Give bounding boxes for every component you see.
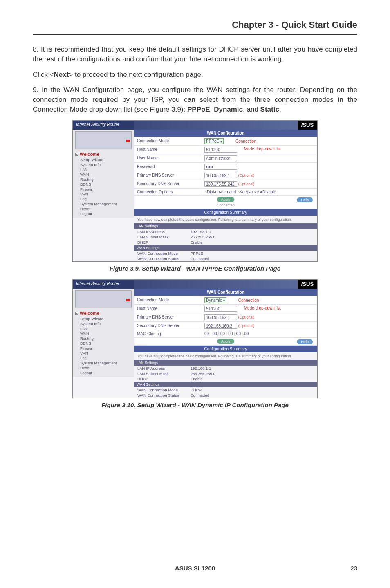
sidebar-item-log[interactable]: Log bbox=[80, 356, 132, 360]
apply-button[interactable]: Apply bbox=[217, 339, 235, 344]
sidebar-item-wan[interactable]: WAN bbox=[80, 172, 132, 177]
label-secdns: Secondary DNS Server bbox=[134, 321, 202, 330]
brand-logo: /SUS bbox=[298, 280, 317, 289]
pridns-input[interactable]: 168.95.192.1 bbox=[204, 314, 237, 320]
sidebar-item-ddns[interactable]: DDNS bbox=[80, 182, 132, 186]
titlebar: Internet Security Router /SUS bbox=[73, 280, 317, 289]
summary-banner: Configuration Summary bbox=[134, 346, 317, 352]
wan-table: Connection ModePPPoE Connection Host Nam… bbox=[134, 137, 317, 209]
sidebar-item-routing[interactable]: Routing bbox=[80, 336, 132, 341]
product-image bbox=[75, 131, 132, 149]
kv-wanstat: WAN Connection StatusConnected bbox=[134, 393, 317, 398]
kv-wanmode: WAN Connection ModeDHCP bbox=[134, 387, 317, 393]
chapter-title: Chapter 3 - Quick Start Guide bbox=[33, 20, 357, 30]
lan-settings-title: LAN Settings bbox=[134, 360, 317, 366]
tree-collapse-icon: - bbox=[75, 312, 78, 315]
wan-settings-title: WAN Settings bbox=[134, 382, 317, 387]
sidebar-item-log[interactable]: Log bbox=[80, 197, 132, 201]
kv-lanip: LAN IP Address192.168.1.1 bbox=[134, 229, 317, 234]
sidebar-item-welcome[interactable]: -Welcome bbox=[75, 152, 132, 157]
pridns-input[interactable]: 168.95.192.1 bbox=[204, 173, 237, 178]
sidebar-item-sysmgmt[interactable]: System Management bbox=[80, 361, 132, 365]
product-image bbox=[75, 290, 132, 308]
wan-banner: WAN Configuration bbox=[134, 130, 317, 137]
sidebar-item-firewall[interactable]: Firewall bbox=[80, 187, 132, 191]
mode-pppoe: PPPoE bbox=[187, 105, 210, 113]
mac-inputs[interactable]: 00 : 00 : 00 : 00 : 00 : 00 bbox=[202, 330, 317, 337]
sidebar: -Welcome Setup Wizard System Info LAN WA… bbox=[73, 289, 134, 377]
next-label: Next bbox=[54, 71, 69, 79]
sidebar-item-setup[interactable]: Setup Wizard bbox=[80, 157, 132, 162]
kv-lanip: LAN IP Address192.168.1.1 bbox=[134, 366, 317, 371]
sidebar-item-reset[interactable]: Reset bbox=[80, 206, 132, 211]
secdns-input[interactable]: 139.175.55.242 bbox=[204, 181, 237, 187]
apply-button[interactable]: Apply bbox=[217, 197, 235, 202]
figure-3-9: Internet Security Router /SUS -Welcome S… bbox=[72, 120, 318, 262]
sidebar-item-vpn[interactable]: VPN bbox=[80, 351, 132, 355]
kv-wanmode: WAN Connection ModePPPoE bbox=[134, 251, 317, 256]
titlebar-spacer bbox=[134, 121, 298, 130]
titlebar-spacer bbox=[134, 280, 298, 289]
kv-dhcp: DHCPEnable bbox=[134, 376, 317, 382]
text: . bbox=[279, 105, 281, 113]
label-secdns: Secondary DNS Server bbox=[134, 180, 202, 188]
wan-banner: WAN Configuration bbox=[134, 289, 317, 296]
sidebar-item-ddns[interactable]: DDNS bbox=[80, 341, 132, 346]
main-panel: WAN Configuration Connection ModeDynamic… bbox=[134, 289, 317, 398]
sidebar-item-vpn[interactable]: VPN bbox=[80, 192, 132, 196]
footer-product: ASUS SL1200 bbox=[0, 565, 390, 572]
label-conn-mode: Connection Mode bbox=[134, 296, 202, 304]
sidebar-item-setup[interactable]: Setup Wizard bbox=[80, 316, 132, 321]
optional-label: (Optional) bbox=[238, 323, 255, 328]
anno-drop: Mode drop-down list bbox=[244, 306, 281, 310]
sidebar-item-welcome[interactable]: -Welcome bbox=[75, 311, 132, 316]
user-input[interactable]: Administrator bbox=[204, 155, 237, 161]
figure-3-9-caption: Figure 3.9. Setup Wizard - WAN PPPoE Con… bbox=[33, 265, 357, 272]
sidebar-item-sysinfo[interactable]: System Info bbox=[80, 321, 132, 326]
app-title: Internet Security Router bbox=[73, 280, 134, 289]
figure-3-10: Internet Security Router /SUS -Welcome S… bbox=[72, 279, 318, 398]
conn-mode-select[interactable]: Dynamic bbox=[204, 297, 226, 303]
label-pass: Password bbox=[134, 162, 202, 171]
summary-banner: Configuration Summary bbox=[134, 209, 317, 216]
summary-msg: You have now completed the basic configu… bbox=[134, 352, 317, 360]
paragraph-next: Click <Next> to proceed to the next conf… bbox=[33, 70, 357, 80]
kv-wanstat: WAN Connection StatusConnected bbox=[134, 256, 317, 261]
label-pridns: Primary DNS Server bbox=[134, 313, 202, 321]
sidebar-item-sysmgmt[interactable]: System Management bbox=[80, 202, 132, 206]
text: Click < bbox=[33, 71, 54, 79]
host-input[interactable]: SL1200 bbox=[204, 147, 237, 153]
sidebar-item-wan[interactable]: WAN bbox=[80, 331, 132, 336]
conn-mode-select[interactable]: PPPoE bbox=[204, 138, 224, 144]
sidebar-item-firewall[interactable]: Firewall bbox=[80, 346, 132, 350]
text: , and bbox=[243, 105, 260, 113]
anno-drop: Mode drop-down list bbox=[244, 147, 281, 151]
divider bbox=[33, 34, 357, 35]
secdns-input[interactable]: 192.168.160.2 bbox=[204, 323, 237, 329]
apply-row: Apply Help bbox=[134, 337, 317, 345]
lan-settings-title: LAN Settings bbox=[134, 223, 317, 229]
connopt-radios[interactable]: ○Dial-on-demand ○Keep-alive ●Disable bbox=[202, 188, 317, 195]
help-button[interactable]: Help bbox=[297, 197, 313, 202]
app-title: Internet Security Router bbox=[73, 121, 134, 130]
sidebar: -Welcome Setup Wizard System Info LAN WA… bbox=[73, 130, 134, 218]
label-conn-mode: Connection Mode bbox=[134, 137, 202, 145]
sidebar-item-lan[interactable]: LAN bbox=[80, 167, 132, 172]
connected-label: Connected bbox=[137, 203, 314, 207]
label-pridns: Primary DNS Server bbox=[134, 171, 202, 180]
sidebar-item-logout[interactable]: Logout bbox=[80, 211, 132, 216]
anno-connection: Connection bbox=[235, 139, 256, 144]
pass-input[interactable]: ••••• bbox=[204, 164, 237, 170]
label-host: Host Name bbox=[134, 145, 202, 154]
sidebar-item-sysinfo[interactable]: System Info bbox=[80, 162, 132, 167]
sidebar-item-logout[interactable]: Logout bbox=[80, 370, 132, 375]
help-button[interactable]: Help bbox=[297, 339, 313, 344]
sidebar-item-routing[interactable]: Routing bbox=[80, 177, 132, 182]
summary-msg: You have now completed the basic configu… bbox=[134, 216, 317, 223]
sidebar-item-reset[interactable]: Reset bbox=[80, 366, 132, 370]
tree-collapse-icon: - bbox=[75, 153, 78, 156]
figure-3-10-caption: Figure 3.10. Setup Wizard - WAN Dynamic … bbox=[33, 402, 357, 408]
mode-dynamic: Dynamic bbox=[214, 105, 243, 113]
host-input[interactable]: SL1200 bbox=[204, 306, 237, 312]
sidebar-item-lan[interactable]: LAN bbox=[80, 326, 132, 331]
